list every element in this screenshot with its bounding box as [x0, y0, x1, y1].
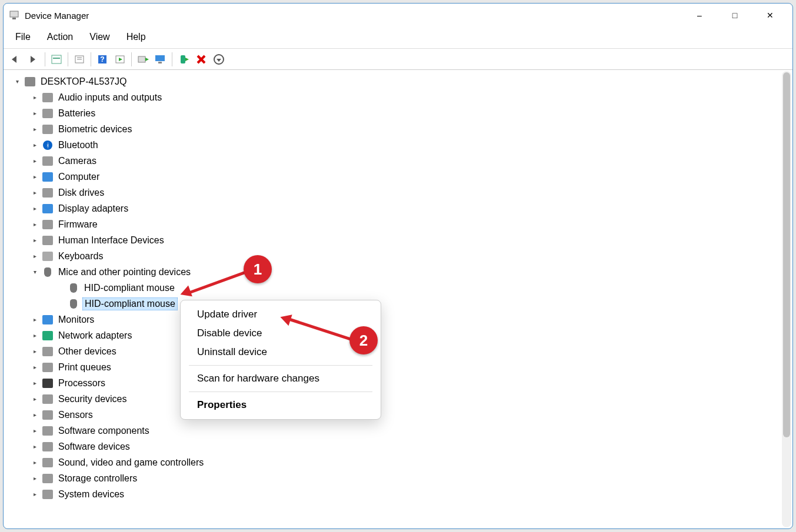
menu-view[interactable]: View	[82, 29, 116, 45]
monitor-tool-button[interactable]	[152, 51, 169, 68]
device-tree[interactable]: ▾ DESKTOP-4L537JQ ▸ Audio inputs and out…	[4, 70, 792, 528]
context-menu-scan-for-hardware-changes[interactable]: Scan for hardware changes	[181, 369, 381, 388]
chevron-down-icon[interactable]: ▾	[12, 76, 22, 87]
category-computer[interactable]: ▸ Computer	[9, 169, 790, 185]
printer-icon	[41, 362, 54, 373]
category-cpu[interactable]: ▸ Processors	[9, 375, 790, 391]
chevron-right-icon[interactable]: ▸	[29, 124, 40, 135]
vertical-scrollbar[interactable]	[782, 71, 791, 527]
maximize-button[interactable]: □	[717, 4, 752, 26]
svg-rect-4	[52, 55, 61, 63]
chevron-right-icon[interactable]: ▸	[29, 441, 40, 452]
category-system[interactable]: ▸ System devices	[9, 486, 790, 502]
tree-root[interactable]: ▾ DESKTOP-4L537JQ	[9, 73, 790, 89]
menu-action[interactable]: Action	[40, 29, 80, 45]
show-hidden-button[interactable]	[48, 51, 65, 68]
system-icon	[41, 488, 54, 500]
chevron-right-icon[interactable]: ▸	[29, 362, 40, 373]
chevron-right-icon[interactable]: ▸	[29, 203, 40, 214]
chevron-right-icon[interactable]: ▸	[29, 410, 40, 420]
help-button[interactable]: ?	[94, 51, 111, 68]
chevron-right-icon[interactable]: ▸	[29, 219, 40, 230]
svg-rect-0	[10, 11, 18, 17]
category-disk[interactable]: ▸ Disk drives	[9, 185, 790, 200]
chevron-right-icon[interactable]: ▸	[29, 108, 40, 119]
battery-icon	[41, 108, 54, 119]
chevron-right-icon[interactable]: ▸	[29, 92, 40, 103]
menu-file[interactable]: File	[8, 29, 38, 45]
titlebar: Device Manager – □ ✕	[4, 4, 792, 27]
category-label: Audio inputs and outputs	[56, 92, 164, 103]
chevron-right-icon[interactable]: ▸	[29, 378, 40, 389]
storage-icon	[41, 473, 54, 484]
category-label: Firmware	[56, 219, 99, 230]
category-label: Software components	[56, 425, 151, 437]
chevron-down-icon[interactable]: ▾	[29, 267, 40, 277]
root-label: DESKTOP-4L537JQ	[39, 76, 128, 88]
category-sensor[interactable]: ▸ Sensors	[9, 407, 790, 423]
display-icon	[41, 203, 54, 215]
chevron-right-icon[interactable]: ▸	[29, 172, 40, 182]
chevron-right-icon[interactable]: ▸	[29, 346, 40, 357]
device-item[interactable]: ▸ HID-compliant mouse	[9, 280, 790, 296]
category-network[interactable]: ▸ Network adapters	[9, 327, 790, 343]
device-manager-window: Device Manager – □ ✕ File Action View He…	[3, 3, 793, 529]
category-firmware[interactable]: ▸ Firmware	[9, 216, 790, 232]
chevron-right-icon[interactable]: ▸	[29, 140, 40, 150]
context-menu-properties[interactable]: Properties	[181, 396, 381, 414]
chevron-right-icon[interactable]: ▸	[29, 235, 40, 246]
category-keyboard[interactable]: ▸ Keyboards	[9, 248, 790, 264]
category-label: Batteries	[56, 108, 97, 119]
svg-rect-17	[181, 55, 185, 63]
chevron-right-icon[interactable]: ▸	[29, 473, 40, 484]
enable-button[interactable]	[175, 51, 192, 68]
chevron-right-icon[interactable]: ▸	[29, 251, 40, 262]
category-label: Processors	[56, 377, 107, 389]
back-button[interactable]	[7, 51, 25, 68]
chevron-right-icon[interactable]: ▸	[29, 489, 40, 500]
category-sound[interactable]: ▸ Sound, video and game controllers	[9, 454, 790, 470]
audio-icon	[41, 92, 54, 103]
category-storage[interactable]: ▸ Storage controllers	[9, 470, 790, 486]
menu-help[interactable]: Help	[119, 29, 153, 45]
minimize-button[interactable]: –	[682, 4, 717, 26]
category-printer[interactable]: ▸ Print queues	[9, 359, 790, 375]
sensor-icon	[41, 409, 54, 421]
scan-hardware-button[interactable]	[210, 51, 228, 68]
category-battery[interactable]: ▸ Batteries	[9, 105, 790, 121]
category-camera[interactable]: ▸ Cameras	[9, 153, 790, 169]
scrollbar-thumb[interactable]	[783, 72, 790, 437]
category-audio[interactable]: ▸ Audio inputs and outputs	[9, 89, 790, 105]
uninstall-button[interactable]	[192, 51, 210, 68]
device-label: HID-compliant mouse	[82, 282, 176, 294]
category-swdev[interactable]: ▸ Software devices	[9, 439, 790, 454]
close-button[interactable]: ✕	[752, 4, 788, 26]
category-label: Sound, video and game controllers	[56, 457, 205, 469]
chevron-right-icon[interactable]: ▸	[29, 156, 40, 166]
category-other[interactable]: ▸ Other devices	[9, 343, 790, 359]
scan-button[interactable]	[111, 51, 129, 68]
category-bluetooth[interactable]: ▸ ᚼ Bluetooth	[9, 137, 790, 153]
chevron-right-icon[interactable]: ▸	[29, 426, 40, 436]
properties-button[interactable]	[71, 51, 88, 68]
category-label: Cameras	[56, 155, 98, 167]
chevron-right-icon[interactable]: ▸	[29, 330, 40, 341]
category-mouse[interactable]: ▾ Mice and other pointing devices	[9, 264, 790, 280]
category-label: Human Interface Devices	[56, 235, 166, 246]
category-security[interactable]: ▸ Security devices	[9, 391, 790, 407]
forward-button[interactable]	[25, 51, 42, 68]
context-menu-separator	[189, 365, 372, 366]
category-display[interactable]: ▸ Display adapters	[9, 200, 790, 216]
category-biometric[interactable]: ▸ Biometric devices	[9, 121, 790, 137]
category-hid[interactable]: ▸ Human Interface Devices	[9, 232, 790, 248]
chevron-right-icon[interactable]: ▸	[29, 188, 40, 198]
device-item[interactable]: ▸ HID-compliant mouse	[9, 296, 790, 312]
category-monitor[interactable]: ▸ Monitors	[9, 312, 790, 327]
chevron-right-icon[interactable]: ▸	[29, 394, 40, 404]
category-label: Print queues	[56, 362, 113, 373]
chevron-right-icon[interactable]: ▸	[29, 314, 40, 325]
update-driver-button[interactable]	[134, 51, 152, 68]
device-label: HID-compliant mouse	[82, 297, 178, 310]
category-swcomp[interactable]: ▸ Software components	[9, 423, 790, 439]
chevron-right-icon[interactable]: ▸	[29, 457, 40, 468]
